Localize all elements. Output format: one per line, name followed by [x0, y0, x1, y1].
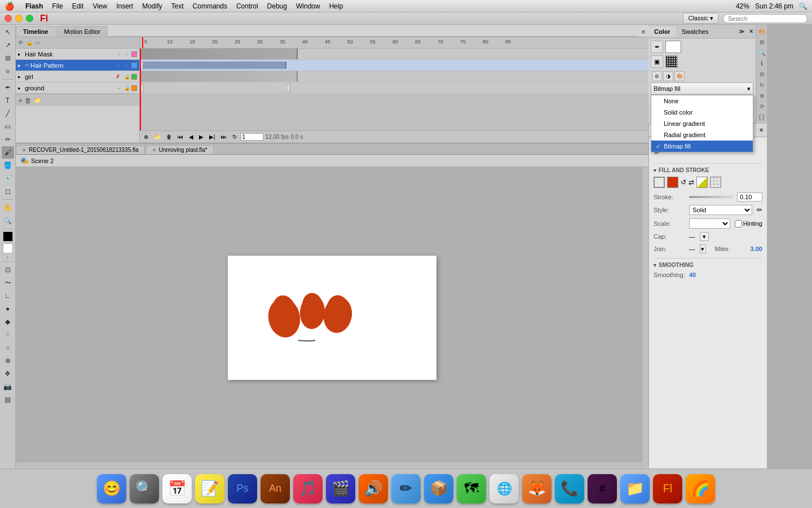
select-tool[interactable]: ↖: [2, 26, 14, 38]
delete-layer-btn[interactable]: 🗑: [25, 97, 32, 104]
no-color-icon[interactable]: ⊘: [652, 71, 662, 81]
code-snippets-icon[interactable]: { }: [758, 113, 765, 121]
close-button[interactable]: [5, 15, 12, 22]
add-layer-btn[interactable]: +: [18, 96, 23, 105]
dock-flash[interactable]: Fl: [653, 474, 682, 503]
line-tool[interactable]: ╱: [2, 107, 14, 120]
gradient-preview-icon[interactable]: [696, 177, 708, 188]
deco-tool[interactable]: ❖: [2, 367, 14, 380]
playback-play[interactable]: ▶: [197, 133, 205, 141]
dock-itunes[interactable]: 🎵: [293, 474, 323, 503]
dock-chrome[interactable]: 🌐: [489, 474, 519, 503]
smoothing-header[interactable]: ▾ SMOOTHING: [654, 262, 762, 268]
brush-tool[interactable]: 🖌: [2, 146, 14, 159]
current-frame-input[interactable]: [241, 133, 263, 141]
menu-view[interactable]: View: [92, 2, 107, 10]
dock-colorful[interactable]: 🌈: [686, 474, 715, 503]
subselect-tool[interactable]: ↗: [2, 39, 14, 51]
menu-text[interactable]: Text: [171, 2, 184, 10]
bitmap-fill-icon[interactable]: ▣: [651, 55, 663, 68]
dock-skype[interactable]: 📞: [555, 474, 584, 503]
menu-control[interactable]: Control: [236, 2, 258, 10]
reset-colors-icon[interactable]: ↺: [681, 178, 686, 186]
fill-stroke-header[interactable]: ▾ FILL AND STROKE: [654, 167, 762, 173]
scale-select[interactable]: [689, 218, 730, 229]
canvas-scrollbar-h[interactable]: [16, 462, 642, 468]
playback-last[interactable]: ⏭: [219, 133, 228, 141]
dock-soundcloud[interactable]: 🔊: [359, 474, 388, 503]
panel-expand-icon[interactable]: ≫: [736, 28, 747, 34]
bitmap-preview-icon[interactable]: [710, 177, 721, 188]
layer-hair-pattern[interactable]: ▸ ✏ Hair Pattern · ·: [16, 60, 139, 71]
close-icon-recover[interactable]: ✕: [22, 147, 27, 153]
visibility-dot-2[interactable]: ·: [116, 63, 122, 68]
pencil-tool[interactable]: ✏: [2, 133, 14, 146]
playback-forward[interactable]: ▶|: [208, 133, 217, 141]
fill-type-dropdown[interactable]: Bitmap fill ▾ None Solid color: [651, 82, 753, 95]
snap-toggle[interactable]: ⊡: [2, 264, 14, 276]
zoom-panel-icon[interactable]: 🔍: [757, 49, 766, 57]
text-tool[interactable]: T: [2, 94, 14, 107]
lasso-tool[interactable]: ⌾: [2, 65, 14, 77]
stroke-swatch[interactable]: [654, 177, 665, 188]
cap-dropdown[interactable]: ▾: [700, 232, 709, 241]
dock-finder[interactable]: 😊: [97, 474, 126, 503]
frame-row-ground[interactable]: [140, 82, 648, 94]
visibility-dot-hair-mask[interactable]: ·: [116, 51, 122, 57]
fill-swatch[interactable]: [667, 177, 678, 188]
fill-color-swatch[interactable]: [3, 243, 13, 253]
fill-option-bitmap[interactable]: ✓ Bitmap fill: [651, 141, 753, 152]
visibility-dot-ground[interactable]: ·: [116, 85, 122, 91]
frame-row-girl[interactable]: [140, 71, 648, 82]
rect-tool[interactable]: ▭: [2, 120, 14, 133]
dock-firefox[interactable]: 🦊: [522, 474, 551, 503]
layer-actions-delete[interactable]: 🗑: [165, 133, 174, 141]
hinting-checkbox[interactable]: [735, 220, 742, 227]
color-picker-icon[interactable]: 🎨: [757, 27, 766, 36]
fill-option-solid[interactable]: Solid color: [651, 107, 753, 118]
menu-modify[interactable]: Modify: [142, 2, 162, 10]
tab-swatches[interactable]: Swatches: [676, 27, 714, 37]
canvas-scrollbar-v[interactable]: [642, 167, 648, 468]
layer-tool[interactable]: ▤: [2, 393, 14, 406]
layer-ground[interactable]: ▸ ground · 🔒: [16, 82, 139, 94]
brush-shape[interactable]: ◆: [2, 316, 14, 328]
minimize-button[interactable]: [15, 15, 23, 22]
fill-option-linear[interactable]: Linear gradient: [651, 118, 753, 129]
swap-colors[interactable]: ↕: [7, 255, 9, 260]
style-select[interactable]: Solid: [689, 205, 752, 215]
menu-flash[interactable]: Flash: [25, 2, 43, 10]
tab-timeline[interactable]: Timeline: [16, 26, 55, 37]
maximize-button[interactable]: [26, 15, 33, 22]
menu-help[interactable]: Help: [329, 2, 343, 10]
transform-panel-icon[interactable]: ↻: [758, 81, 765, 89]
info-icon[interactable]: ℹ: [760, 59, 764, 68]
dock-sketchbook[interactable]: ✏: [391, 474, 421, 503]
close-icon-plaid[interactable]: ✕: [152, 147, 157, 153]
tab-motion-editor[interactable]: Motion Editor: [56, 26, 108, 37]
hand-tool[interactable]: ✋: [2, 202, 14, 214]
components-icon[interactable]: ⊕: [758, 91, 765, 100]
smooth-toggle[interactable]: 〜: [2, 277, 14, 289]
layer-actions-folder[interactable]: 📁: [152, 133, 162, 141]
dock-maps[interactable]: 🗺: [457, 474, 486, 503]
brush-size[interactable]: ●: [2, 303, 14, 315]
dock-calendar[interactable]: 📅: [162, 474, 192, 503]
color-preview-white[interactable]: [665, 41, 681, 53]
eraser-tool[interactable]: ◻: [2, 185, 14, 198]
camera-tool[interactable]: 📷: [2, 380, 14, 393]
straighten-toggle[interactable]: ∟: [2, 290, 14, 302]
menubar-search[interactable]: 🔍: [799, 2, 807, 10]
history-icon[interactable]: ⟳: [758, 102, 765, 111]
frame-row-hair-pattern[interactable]: [140, 60, 648, 71]
lock-dot-ground[interactable]: 🔒: [123, 85, 130, 91]
frame-row-hair-mask[interactable]: [140, 49, 648, 60]
dock-filemanager[interactable]: 📁: [620, 474, 650, 503]
menu-debug[interactable]: Debug: [267, 2, 287, 10]
layer-actions-new[interactable]: ⊕: [142, 133, 150, 141]
dock-photoshop[interactable]: Ps: [228, 474, 257, 503]
fill-dropdown-button[interactable]: Bitmap fill ▾: [651, 82, 753, 95]
object-draw[interactable]: ○: [2, 341, 14, 354]
dock-launchpad[interactable]: 🔍: [130, 474, 159, 503]
timeline-frames[interactable]: [140, 49, 648, 130]
